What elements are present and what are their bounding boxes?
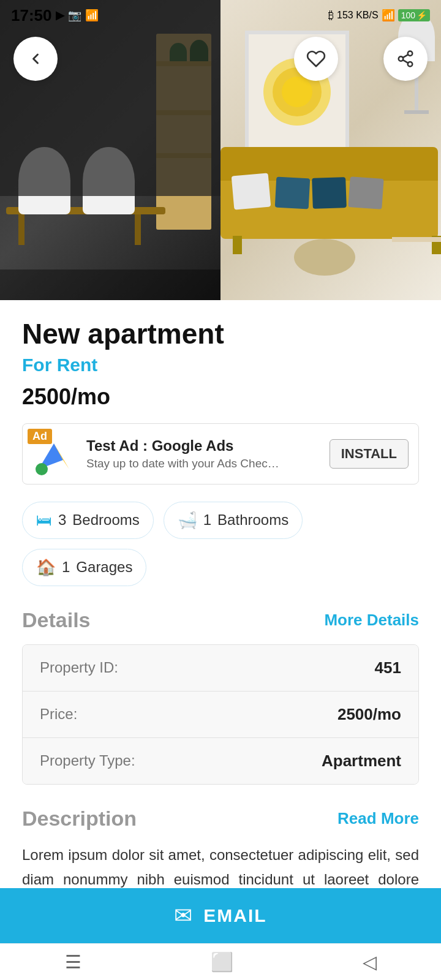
property-status: For Rent	[22, 355, 419, 375]
home-nav-icon[interactable]: ⬜	[211, 951, 233, 973]
bed-icon: 🛏	[36, 511, 52, 530]
description-title: Description	[22, 807, 137, 831]
nav-bar: ☰ ⬜ ◁	[0, 943, 441, 980]
email-icon: ✉	[174, 903, 192, 929]
garages-count: 1	[62, 559, 70, 576]
property-type-label: Property Type:	[40, 752, 135, 769]
more-details-link[interactable]: More Details	[324, 611, 419, 630]
property-type-value: Apartment	[322, 752, 401, 771]
svg-line-7	[403, 55, 409, 58]
property-id-label: Property ID:	[40, 659, 118, 676]
google-ads-logo	[32, 439, 75, 475]
ad-text: Test Ad : Google Ads Stay up to date wit…	[86, 437, 330, 470]
bedrooms-count: 3	[58, 511, 66, 529]
hero-image-area	[0, 0, 441, 300]
favorite-button[interactable]	[294, 37, 338, 81]
email-label[interactable]: EMAIL	[203, 905, 266, 926]
details-title: Details	[22, 608, 91, 632]
garage-icon: 🏠	[36, 558, 56, 577]
svg-point-2	[282, 77, 312, 107]
email-bar[interactable]: ✉ EMAIL	[0, 888, 441, 943]
ad-title: Test Ad : Google Ads	[86, 437, 330, 454]
bathrooms-label: Bathrooms	[217, 511, 288, 529]
bathrooms-chip[interactable]: 🛁 1 Bathrooms	[164, 502, 303, 539]
ad-label: Ad	[28, 429, 52, 444]
menu-nav-icon[interactable]: ☰	[65, 951, 81, 973]
garages-chip[interactable]: 🏠 1 Garages	[22, 549, 146, 586]
price-value: 2500/mo	[337, 705, 401, 724]
details-table: Property ID: 451 Price: 2500/mo Property…	[22, 644, 419, 785]
property-content: New apartment For Rent 2500/mo Ad Test A…	[0, 300, 441, 980]
bathrooms-count: 1	[203, 511, 211, 529]
bedrooms-label: Bedrooms	[72, 511, 139, 529]
ad-install-button[interactable]: INSTALL	[330, 439, 409, 469]
bedrooms-chip[interactable]: 🛏 3 Bedrooms	[22, 502, 154, 539]
details-section-header: Details More Details	[22, 608, 419, 632]
ad-description: Stay up to date with your Ads Check ho..…	[86, 457, 282, 470]
back-button[interactable]	[13, 37, 58, 81]
property-title: New apartment	[22, 318, 419, 350]
features-row: 🛏 3 Bedrooms 🛁 1 Bathrooms 🏠 1 Garages	[22, 502, 419, 586]
read-more-link[interactable]: Read More	[337, 809, 419, 828]
price-label: Price:	[40, 706, 77, 723]
property-id-row: Property ID: 451	[23, 645, 418, 692]
property-type-row: Property Type: Apartment	[23, 738, 418, 784]
svg-point-10	[36, 463, 48, 475]
bath-icon: 🛁	[178, 511, 197, 530]
share-button[interactable]	[383, 37, 428, 81]
garages-label: Garages	[76, 559, 132, 576]
back-nav-icon[interactable]: ◁	[363, 951, 377, 973]
price-row: Price: 2500/mo	[23, 692, 418, 738]
property-id-value: 451	[375, 658, 401, 677]
ad-banner[interactable]: Ad Test Ad : Google Ads Stay up to date …	[22, 423, 419, 484]
svg-line-6	[403, 60, 409, 63]
description-section-header: Description Read More	[22, 807, 419, 831]
property-price: 2500/mo	[22, 384, 419, 410]
